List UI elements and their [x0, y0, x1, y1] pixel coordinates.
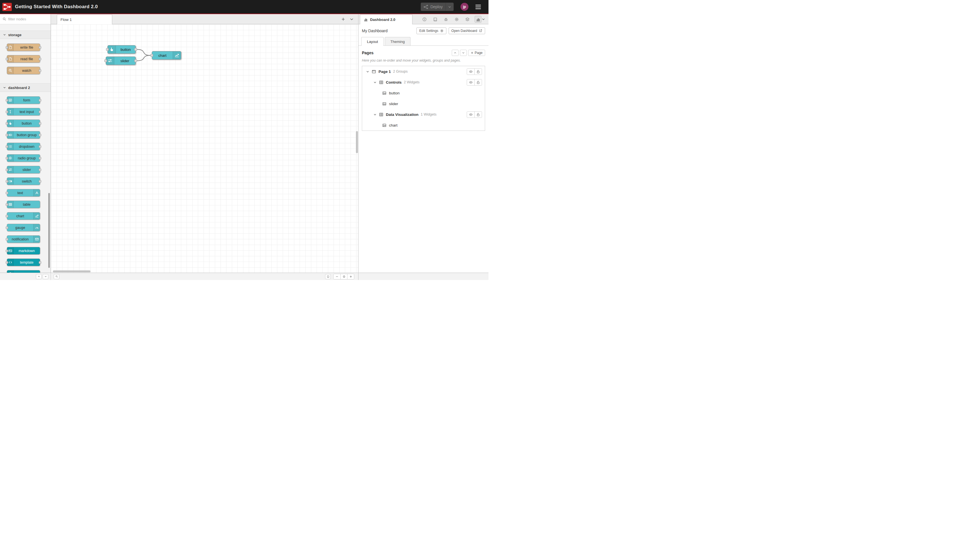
collapse-categories-button[interactable] — [43, 274, 48, 279]
deploy-menu-button[interactable] — [446, 5, 453, 8]
flow-node-button[interactable]: button — [107, 45, 136, 54]
add-page-button[interactable]: Page — [468, 50, 485, 56]
node-output-port — [39, 99, 41, 102]
tree-row-controls[interactable]: Controls 2 Widgets — [362, 77, 485, 88]
canvas-h-scrollbar-thumb[interactable] — [53, 270, 90, 272]
node-output-port[interactable] — [134, 48, 137, 51]
lock-toggle-button[interactable] — [474, 112, 482, 118]
tab-layout[interactable]: Layout — [361, 37, 384, 46]
chevron-down-icon[interactable] — [366, 70, 369, 73]
tree-row-count: 2 Widgets — [404, 80, 420, 84]
node-input-port[interactable] — [150, 54, 153, 57]
flow-canvas[interactable]: button slider chart — [51, 24, 358, 273]
sliders-icon — [7, 166, 13, 173]
wire-button-to-chart[interactable] — [137, 50, 150, 55]
palette-node-form[interactable]: form — [7, 97, 40, 104]
lock-toggle-button[interactable] — [474, 69, 482, 75]
flow-tab-label: Flow 1 — [60, 18, 72, 22]
palette-node-dropdown[interactable]: dropdown — [7, 143, 40, 150]
palette-node-label: template — [20, 260, 33, 265]
palette-scroll[interactable]: storage write file read file watch dashb… — [0, 24, 51, 273]
zoom-out-button[interactable] — [334, 274, 341, 279]
sidebar-tool-layers[interactable] — [464, 16, 471, 23]
palette-node-gauge[interactable]: gauge — [7, 224, 40, 232]
sidebar-tool-gear[interactable] — [453, 16, 460, 23]
palette-category-storage[interactable]: storage — [0, 30, 51, 39]
chevron-down-icon[interactable] — [373, 113, 377, 116]
tab-theming[interactable]: Theming — [385, 37, 411, 46]
add-flow-button[interactable] — [341, 17, 345, 21]
node-output-port[interactable] — [134, 59, 137, 62]
palette-category-label: dashboard 2 — [8, 86, 30, 90]
tree-row-count: 1 Widgets — [421, 112, 436, 117]
palette-node-slider[interactable]: slider — [7, 166, 40, 173]
palette-node-table[interactable]: table — [7, 201, 40, 208]
wire-slider-to-chart[interactable] — [137, 55, 150, 61]
visibility-toggle-button[interactable] — [467, 79, 474, 85]
search-flows-button[interactable] — [54, 274, 59, 279]
tab-flow-1[interactable]: Flow 1 — [57, 14, 112, 24]
palette-node-event[interactable]: event — [7, 270, 40, 273]
palette-node-markdown[interactable]: markdown — [7, 247, 40, 255]
canvas-v-scrollbar[interactable] — [356, 24, 358, 270]
hand-pointer-icon — [108, 45, 116, 53]
sidebar-tool-book[interactable] — [432, 16, 438, 23]
canvas-v-scrollbar-thumb[interactable] — [356, 131, 358, 153]
palette-scrollbar[interactable] — [48, 24, 50, 273]
search-input[interactable] — [8, 17, 48, 21]
palette-category-dashboard-2[interactable]: dashboard 2 — [0, 83, 51, 92]
tree-row-page-1[interactable]: Page 1 2 Groups — [362, 66, 485, 77]
palette-scrollbar-thumb[interactable] — [48, 193, 50, 268]
tree-row-chart[interactable]: chart — [362, 120, 485, 130]
palette-node-watch[interactable]: watch — [7, 67, 40, 74]
sidebar-tool-info[interactable] — [421, 16, 428, 23]
palette-node-text-input[interactable]: text input — [7, 108, 40, 115]
sidebar-menu-button[interactable] — [482, 18, 485, 21]
palette-node-switch[interactable]: switch — [7, 177, 40, 185]
flow-node-slider[interactable]: slider — [106, 57, 136, 65]
palette-node-radio-group[interactable]: radio group — [7, 154, 40, 162]
palette-node-write-file[interactable]: write file — [7, 43, 40, 51]
avatar[interactable]: jp — [461, 3, 468, 11]
chevron-down-icon[interactable] — [373, 81, 377, 84]
tree-row-data-visualization[interactable]: Data Visualization 1 Widgets — [362, 109, 485, 120]
lock-toggle-button[interactable] — [474, 79, 482, 85]
canvas-h-scrollbar[interactable] — [51, 270, 355, 273]
chart-bar-icon — [364, 18, 368, 22]
tree-row-button[interactable]: button — [362, 88, 485, 98]
edit-settings-button[interactable]: Edit Settings — [416, 27, 446, 34]
sidebar-footer — [358, 273, 489, 280]
palette-node-text[interactable]: text — [7, 189, 40, 197]
move-up-button[interactable] — [452, 50, 459, 56]
tab-dashboard-2[interactable]: Dashboard 2.0 — [360, 14, 413, 24]
palette-category: dashboard 2 form text input button butto… — [0, 83, 51, 273]
palette-node-template[interactable]: template — [7, 258, 40, 266]
main-menu-button[interactable] — [475, 4, 481, 10]
visibility-toggle-button[interactable] — [467, 69, 474, 75]
sidebar-tool-chart-bar[interactable] — [475, 16, 481, 23]
sidebar-tabbar: Dashboard 2.0 — [359, 14, 489, 24]
visibility-toggle-button[interactable] — [467, 112, 474, 118]
navigator-toggle-button[interactable] — [325, 274, 331, 279]
hamburger-icon — [475, 4, 481, 10]
palette-node-read-file[interactable]: read file — [7, 55, 40, 63]
node-input-port — [6, 215, 8, 217]
move-down-button[interactable] — [460, 50, 467, 56]
palette-node-notification[interactable]: notification — [7, 235, 40, 243]
zoom-in-button[interactable] — [347, 274, 354, 279]
palette-node-label: form — [23, 98, 30, 102]
sidebar-tool-bug[interactable] — [443, 16, 449, 23]
tree-row-slider[interactable]: slider — [362, 98, 485, 109]
expand-categories-button[interactable] — [36, 274, 42, 279]
flow-list-button[interactable] — [350, 17, 354, 21]
chart-line-icon — [33, 212, 40, 220]
palette-category-label: storage — [8, 33, 22, 37]
palette-node-label: text input — [20, 110, 34, 114]
palette-node-button[interactable]: button — [7, 120, 40, 127]
palette-node-button-group[interactable]: button group — [7, 131, 40, 139]
open-dashboard-button[interactable]: Open Dashboard — [449, 27, 485, 34]
flow-node-chart[interactable]: chart — [152, 51, 181, 60]
zoom-reset-button[interactable] — [341, 274, 347, 279]
palette-node-chart[interactable]: chart — [7, 212, 40, 220]
deploy-button[interactable]: Deploy — [421, 3, 454, 11]
